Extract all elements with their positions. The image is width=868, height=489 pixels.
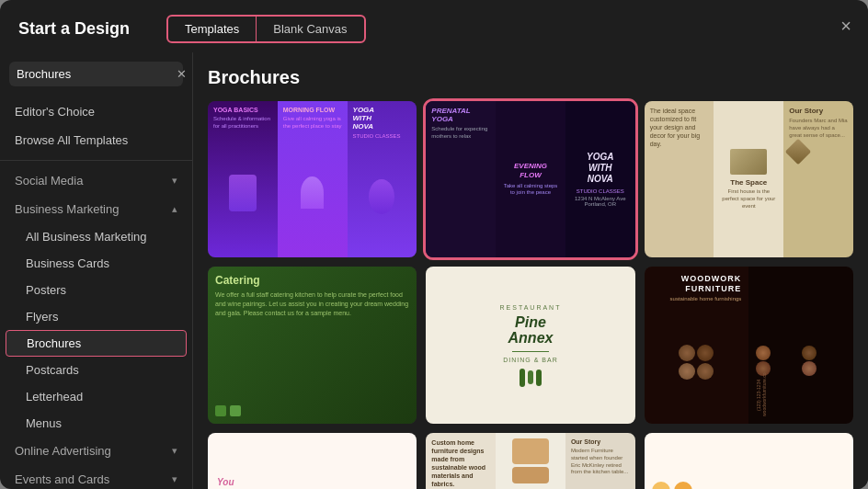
chevron-down-icon: ▾ [172, 175, 177, 187]
sidebar-social-media-label: Social Media [15, 174, 83, 188]
search-bar[interactable]: ✕ [9, 62, 183, 86]
search-input[interactable] [17, 67, 171, 81]
chevron-down-icon-3: ▾ [172, 473, 177, 485]
sidebar-events-cards-label: Events and Cards [15, 472, 109, 486]
sidebar-item-menus[interactable]: Menus [0, 410, 192, 437]
modal-title: Start a Design [18, 19, 130, 39]
template-grid: YOGA BASICS Schedule & information for a… [208, 101, 853, 489]
template-card-yoga-purple[interactable]: YOGA BASICS Schedule & information for a… [208, 101, 417, 257]
sidebar-item-online-advertising[interactable]: Online Advertising ▾ [0, 437, 192, 465]
section-title: Brochures [208, 67, 853, 88]
clear-icon[interactable]: ✕ [177, 67, 187, 81]
sidebar-item-business-cards[interactable]: Business Cards [0, 250, 192, 277]
sidebar-flyers-label: Flyers [26, 310, 58, 324]
sidebar-business-cards-label: Business Cards [26, 256, 109, 270]
sidebar-item-browse-all[interactable]: Browse All Templates [0, 126, 192, 154]
sidebar-all-business-label: All Business Marketing [26, 230, 147, 244]
sidebar-menus-label: Menus [26, 416, 62, 430]
tab-group: Templates Blank Canvas [166, 15, 365, 43]
sidebar-item-all-business[interactable]: All Business Marketing [0, 223, 192, 250]
sidebar-letterhead-label: Letterhead [26, 390, 83, 404]
sidebar-item-events-cards[interactable]: Events and Cards ▾ [0, 465, 192, 489]
sidebar-business-marketing-label: Business Marketing [15, 202, 119, 216]
sidebar-item-letterhead[interactable]: Letterhead [0, 383, 192, 410]
template-card-calendula[interactable]: CalendulaDay Spa Indulge in holistic wel… [645, 433, 853, 489]
start-design-modal: Start a Design Templates Blank Canvas × … [0, 0, 868, 489]
sidebar-item-social-media[interactable]: Social Media ▾ [0, 166, 192, 195]
modal-header: Start a Design Templates Blank Canvas × [0, 0, 868, 52]
sidebar-posters-label: Posters [26, 283, 66, 297]
close-button[interactable]: × [837, 13, 855, 39]
template-card-minimal[interactable]: Custom home furniture designs made from … [426, 433, 634, 489]
chevron-down-icon-2: ▾ [172, 445, 177, 457]
template-card-deserve[interactable]: Youdeservetotreat Nourish your body and … [208, 433, 417, 489]
sidebar-item-brochures[interactable]: Brochures [6, 330, 187, 357]
chevron-up-icon: ▴ [172, 203, 177, 215]
modal-body: ✕ Editor's Choice Browse All Templates S… [0, 52, 868, 489]
template-card-yoga-nova[interactable]: PRENATALYOGA Schedule for expecting moth… [426, 101, 634, 257]
sidebar-item-business-marketing[interactable]: Business Marketing ▴ [0, 195, 192, 223]
sidebar-postcards-label: Postcards [26, 363, 79, 377]
tab-blank-canvas[interactable]: Blank Canvas [257, 17, 363, 41]
sidebar-item-browse-all-label: Browse All Templates [15, 133, 128, 147]
sidebar-brochures-label: Brochures [27, 336, 81, 350]
template-card-the-space[interactable]: The ideal space customized to fit your d… [645, 101, 853, 257]
sidebar-online-advertising-label: Online Advertising [15, 444, 111, 458]
sidebar-item-editors-choice-label: Editor's Choice [15, 105, 95, 119]
sidebar-item-postcards[interactable]: Postcards [0, 357, 192, 383]
main-content: Brochures YOGA BASICS Schedule & informa… [193, 52, 868, 489]
sidebar-item-editors-choice[interactable]: Editor's Choice [0, 97, 192, 126]
sidebar-item-posters[interactable]: Posters [0, 277, 192, 303]
tab-templates[interactable]: Templates [168, 17, 257, 41]
divider-1 [0, 160, 192, 161]
template-card-pine-annex[interactable]: Restaurant PineAnnex Dining & Bar [426, 267, 634, 423]
template-card-catering[interactable]: Catering We offer a full staff catering … [208, 267, 417, 423]
sidebar: ✕ Editor's Choice Browse All Templates S… [0, 52, 193, 489]
template-card-woodwork[interactable]: WOODWORKFURNITURE sustainable home furni… [645, 267, 853, 423]
sidebar-item-flyers[interactable]: Flyers [0, 303, 192, 330]
